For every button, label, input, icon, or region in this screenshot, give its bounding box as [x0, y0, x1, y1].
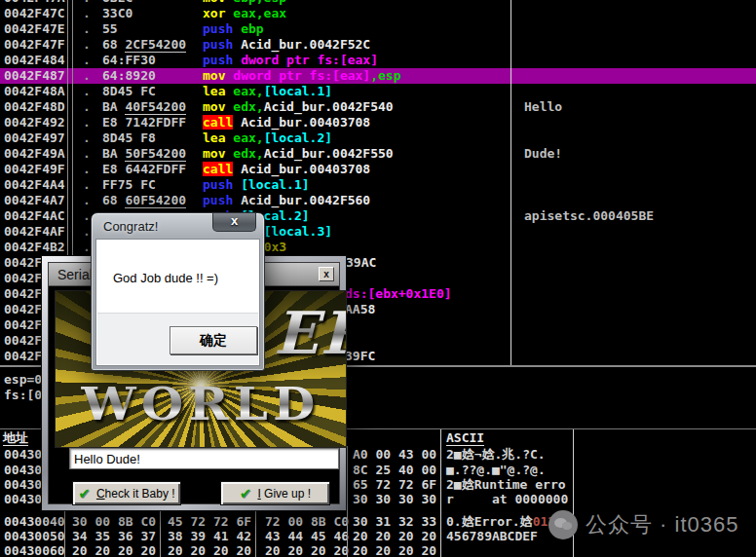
ok-button[interactable]: 确定	[170, 326, 257, 354]
disasm-address: 0042F4A7	[4, 193, 65, 208]
disasm-address: 0042F4B2	[4, 240, 65, 255]
disasm-address: 0042F47F	[4, 37, 65, 53]
serial-input[interactable]	[69, 448, 339, 469]
disasm-opcode-bytes: E8 6442FDFF	[102, 162, 186, 177]
dump-address-header: 地址	[3, 430, 28, 446]
disasm-row[interactable]: 0042F47F.68 2CF54200push Acid_bur.0042F5…	[0, 37, 756, 53]
disasm-instruction: call Acid_bur.00403708	[203, 115, 370, 130]
congratz-dialog: Congratz! x God Job dude !! =) 确定	[91, 212, 265, 371]
disasm-row[interactable]: 0042F487.64:8920mov dword ptr fs:[eax],e…	[0, 68, 756, 84]
disasm-instruction: call Acid_bur.00403708	[203, 162, 370, 177]
disasm-row[interactable]: 0042F49A.BA 50F54200mov edx,Acid_bur.004…	[0, 146, 756, 162]
disasm-row[interactable]: 0042F484.64:FF30push dword ptr fs:[eax]	[0, 53, 756, 68]
disasm-opcode-bytes: BA 50F54200	[102, 146, 186, 162]
disasm-instruction: lea eax,[local.1]	[203, 84, 332, 99]
checkmark-icon: ✔	[240, 485, 252, 502]
disasm-instruction: mov dword ptr fs:[eax],esp	[203, 68, 401, 84]
watermark-text: 公众号 · it0365	[586, 510, 739, 539]
disasm-opcode-bytes: 8D45 FC	[102, 84, 156, 99]
dump-ascii: 0.娢Error.娢0123	[446, 514, 563, 529]
disasm-opcode-bytes: 68 2CF54200	[102, 37, 186, 53]
info-pane-line: fs:[0	[4, 388, 42, 403]
disasm-address: 0042F4AC	[4, 208, 65, 224]
info-pane-line: esp=0	[4, 372, 42, 388]
dump-separator	[347, 446, 348, 557]
checkmark-icon: ✔	[78, 485, 91, 502]
watermark: 公众号 · it0365	[548, 510, 739, 539]
dump-hex: A0 00 43 00	[353, 447, 436, 462]
dump-address: 00430	[4, 463, 42, 477]
disasm-address: 0042F	[4, 302, 42, 317]
dump-ascii: 456789ABCDEF	[446, 529, 538, 543]
disasm-fragment: AA58	[345, 302, 375, 316]
disasm-row[interactable]: 0042F48A.8D45 FClea eax,[local.1]	[0, 84, 756, 99]
disasm-row[interactable]: 0042F497.8D45 F8lea eax,[local.2]	[0, 130, 756, 146]
disasm-address: 0042F48D	[4, 99, 65, 115]
dump-ascii: ■.??@.■"@.?@.	[446, 463, 546, 477]
check-it-baby-button[interactable]: ✔ Check it Baby !	[72, 481, 181, 505]
disasm-address: 0042F	[4, 333, 42, 349]
dump-hex: 20 20 20 20	[168, 543, 251, 557]
separator	[510, 0, 511, 365]
disasm-instruction: push Acid_bur.0042F52C	[203, 37, 370, 53]
give-up-button[interactable]: ✔ I Give up !	[220, 481, 330, 505]
disasm-fragment: 39AC	[346, 255, 376, 270]
dump-address: 00430040	[4, 514, 65, 529]
close-icon[interactable]: x	[212, 213, 256, 232]
disasm-fragment: ds:[ebx+0x1E0]	[345, 286, 452, 301]
disasm-address: 0042F47E	[4, 21, 65, 37]
disasm-row[interactable]: 0042F4A4.FF75 FCpush [local.1]	[0, 177, 756, 193]
disasm-fragment: 39FC	[345, 349, 375, 363]
disasm-instruction: lea eax,[local.2]	[203, 130, 332, 146]
disasm-row[interactable]: 0042F47C.33C0xor eax,eax	[0, 6, 756, 21]
disasm-address: 0042F492	[4, 115, 65, 130]
dump-separator	[440, 429, 441, 557]
disasm-opcode-bytes: 68 60F54200	[102, 193, 186, 208]
disasm-row[interactable]: 0042F47E.55push ebp	[0, 21, 756, 37]
giveup-button-label: I Give up !	[257, 487, 311, 501]
disasm-instruction: mov edx,Acid_bur.0042F550	[203, 146, 394, 162]
disasm-instruction: mov edx,Acid_bur.0042F540	[203, 99, 394, 115]
close-icon[interactable]: x	[319, 267, 334, 281]
dump-ascii-header: ASCII	[446, 430, 484, 446]
disasm-instruction: xor eax,eax	[203, 6, 286, 21]
serial-title-text: Serial	[57, 267, 93, 282]
dump-hex: 38 39 41 42	[168, 529, 251, 543]
congratz-message: God Job dude !! =)	[113, 271, 218, 285]
wechat-icon	[548, 510, 578, 539]
congratz-dialog-title[interactable]: Congratz!	[103, 219, 158, 234]
disasm-row[interactable]: 0042F492.E8 7142FDFFcall Acid_bur.004037…	[0, 115, 756, 130]
disasm-instruction: push ebp	[203, 21, 264, 37]
disasm-row[interactable]: 0042F49F.E8 6442FDFFcall Acid_bur.004037…	[0, 162, 756, 177]
dump-address: 00430	[4, 492, 42, 506]
disasm-address: 0042F	[4, 271, 42, 286]
disasm-address: 0042F	[4, 286, 42, 302]
disasm-opcode-bytes: 33C0	[102, 6, 132, 21]
dump-ascii: 2■娢¬娢.兆.?C.	[446, 447, 546, 462]
disasm-opcode-bytes: 8D45 F8	[102, 130, 156, 146]
dump-hex: 30 31 32 33	[353, 514, 436, 529]
artwork-word-world: WORLD	[56, 376, 346, 430]
disasm-address: 0042F4AF	[4, 224, 65, 240]
dump-hex: 43 44 45 46	[265, 529, 349, 543]
dump-hex: 30 00 8B C0	[72, 514, 156, 529]
dump-hex: 72 00 8B C0	[265, 514, 349, 529]
dump-hex: 20 20 20 20	[353, 529, 436, 543]
disasm-address: 0042F4A4	[4, 177, 65, 193]
artwork-word-partial: ER	[274, 299, 347, 367]
debugger-screen: 0042F47A.8BECmov ebp,esp0042F47C.33C0xor…	[0, 0, 756, 557]
dump-hex: 65 72 72 6F	[353, 477, 436, 492]
disasm-address: 0042F47C	[4, 6, 65, 21]
dump-address: 00430	[4, 447, 42, 462]
dump-hex: 45 72 72 6F	[168, 514, 251, 529]
disasm-opcode-bytes: 64:FF30	[102, 53, 156, 68]
dump-hex: 20 20 20 20	[353, 543, 436, 557]
disasm-row[interactable]: 0042F48D.BA 40F54200mov edx,Acid_bur.004…	[0, 99, 756, 115]
dump-row[interactable]: 0043006020 20 20 2020 20 20 2020 20 20 2…	[0, 543, 756, 557]
disasm-row[interactable]: 0042F4A7.68 60F54200push Acid_bur.0042F5…	[0, 193, 756, 208]
disasm-opcode-bytes: BA 40F54200	[102, 99, 186, 115]
dump-address: 00430050	[4, 529, 65, 543]
check-button-label: Check it Baby !	[96, 487, 175, 501]
disasm-address: 0042F487	[4, 68, 65, 84]
disasm-address: 0042F	[4, 255, 42, 271]
